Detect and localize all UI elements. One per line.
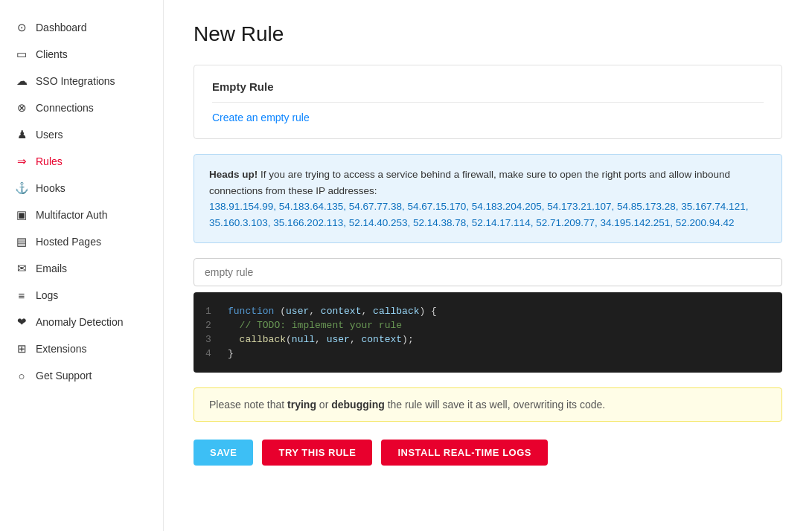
sidebar-label-dashboard: Dashboard xyxy=(36,22,87,33)
empty-rule-card: Empty Rule Create an empty rule xyxy=(194,65,782,139)
logs-icon: ≡ xyxy=(15,289,28,302)
users-icon: ♟ xyxy=(15,128,28,141)
hooks-icon: ⚓ xyxy=(15,181,28,195)
empty-rule-title: Empty Rule xyxy=(212,80,764,103)
sidebar-item-hooks[interactable]: ⚓ Hooks xyxy=(0,176,163,201)
sso-integrations-icon: ☁ xyxy=(15,74,28,88)
sidebar-item-sso-integrations[interactable]: ☁ SSO Integrations xyxy=(0,68,163,94)
sidebar-item-users[interactable]: ♟ Users xyxy=(0,122,163,147)
code-content-4: } xyxy=(228,348,234,359)
sidebar-item-logs[interactable]: ≡ Logs xyxy=(0,283,163,308)
ip-address-list: 138.91.154.99, 54.183.64.135, 54.67.77.3… xyxy=(209,201,748,228)
sidebar-item-multifactor-auth[interactable]: ▣ Multifactor Auth xyxy=(0,202,163,228)
sidebar-item-rules[interactable]: ⇒ Rules xyxy=(0,149,163,174)
sidebar-item-extensions[interactable]: ⊞ Extensions xyxy=(0,336,163,361)
save-button[interactable]: SAVE xyxy=(194,440,253,466)
sidebar-label-users: Users xyxy=(36,129,63,141)
dashboard-icon: ⊙ xyxy=(15,21,28,34)
empty-rule-description[interactable]: Create an empty rule xyxy=(212,112,764,123)
page-title: New Rule xyxy=(194,22,782,46)
hosted-pages-icon: ▤ xyxy=(15,235,28,248)
code-content-1: function (user, context, callback) { xyxy=(228,306,437,317)
sidebar-label-sso-integrations: SSO Integrations xyxy=(36,75,115,87)
code-content-3: callback(null, user, context); xyxy=(228,334,414,345)
code-line-2: 2 // TODO: implement your rule xyxy=(194,318,782,332)
sidebar: ⊙ Dashboard ▭ Clients ☁ SSO Integrations… xyxy=(0,0,164,531)
code-editor[interactable]: 1 function (user, context, callback) { 2… xyxy=(194,292,782,373)
warning-bold-trying: trying xyxy=(287,399,316,411)
sidebar-label-hooks: Hooks xyxy=(36,182,65,194)
sidebar-item-hosted-pages[interactable]: ▤ Hosted Pages xyxy=(0,229,163,254)
sidebar-item-dashboard[interactable]: ⊙ Dashboard xyxy=(0,15,163,40)
warning-text-before: Please note that xyxy=(209,399,287,411)
line-number-2: 2 xyxy=(205,320,228,331)
multifactor-auth-icon: ▣ xyxy=(15,208,28,222)
warning-bold-debugging: debugging xyxy=(331,399,385,411)
code-line-4: 4 } xyxy=(194,347,782,361)
extensions-icon: ⊞ xyxy=(15,342,28,355)
sidebar-label-get-support: Get Support xyxy=(36,370,92,382)
emails-icon: ✉ xyxy=(15,262,28,275)
code-line-1: 1 function (user, context, callback) { xyxy=(194,304,782,318)
clients-icon: ▭ xyxy=(15,48,28,61)
info-box: Heads up! If you are trying to access a … xyxy=(194,154,782,243)
sidebar-label-extensions: Extensions xyxy=(36,343,86,355)
sidebar-label-hosted-pages: Hosted Pages xyxy=(36,236,101,248)
sidebar-label-connections: Connections xyxy=(36,102,94,114)
line-number-4: 4 xyxy=(205,348,228,359)
warning-text-mid: or xyxy=(316,399,331,411)
line-number-1: 1 xyxy=(205,306,228,317)
sidebar-label-multifactor-auth: Multifactor Auth xyxy=(36,209,108,221)
sidebar-label-logs: Logs xyxy=(36,289,58,301)
sidebar-label-emails: Emails xyxy=(36,263,67,274)
warning-box: Please note that trying or debugging the… xyxy=(194,387,782,422)
sidebar-label-rules: Rules xyxy=(36,155,63,167)
line-number-3: 3 xyxy=(205,334,228,345)
sidebar-label-anomaly-detection: Anomaly Detection xyxy=(36,316,124,328)
sidebar-item-connections[interactable]: ⊗ Connections xyxy=(0,95,163,120)
action-buttons: SAVE TRY THIS RULE INSTALL REAL-TIME LOG… xyxy=(194,440,782,466)
try-rule-button[interactable]: TRY THIS RULE xyxy=(262,440,372,466)
sidebar-item-emails[interactable]: ✉ Emails xyxy=(0,256,163,281)
anomaly-detection-icon: ❤ xyxy=(15,315,28,329)
sidebar-item-anomaly-detection[interactable]: ❤ Anomaly Detection xyxy=(0,309,163,335)
warning-text-after: the rule will save it as well, overwriti… xyxy=(385,399,605,411)
code-content-2: // TODO: implement your rule xyxy=(228,320,402,331)
install-logs-button[interactable]: INSTALL REAL-TIME LOGS xyxy=(381,440,548,466)
get-support-icon: ○ xyxy=(15,369,28,382)
connections-icon: ⊗ xyxy=(15,101,28,115)
main-content: New Rule Empty Rule Create an empty rule… xyxy=(164,0,812,531)
rule-name-input[interactable] xyxy=(194,258,782,286)
heads-up-label: Heads up! xyxy=(209,169,258,180)
rules-icon: ⇒ xyxy=(15,155,28,168)
info-box-text: If you are trying to access a service be… xyxy=(209,169,730,196)
sidebar-item-clients[interactable]: ▭ Clients xyxy=(0,42,163,67)
code-line-3: 3 callback(null, user, context); xyxy=(194,332,782,347)
sidebar-label-clients: Clients xyxy=(36,48,68,60)
sidebar-item-get-support[interactable]: ○ Get Support xyxy=(0,363,163,388)
